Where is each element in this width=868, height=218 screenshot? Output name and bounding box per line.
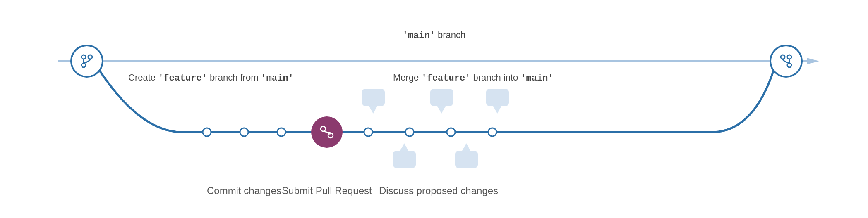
comment-bubble-1 [362,89,385,114]
commit-changes-label: Commit changes [207,185,281,196]
svg-marker-14 [400,143,408,151]
comment-bubble-5 [486,89,509,114]
main-branch-arrow [807,58,819,64]
commit-node-7 [488,128,496,136]
submit-pr-label: Submit Pull Request [282,185,372,196]
create-branch-label: Create 'feature' branch from 'main' [128,72,294,83]
main-branch-label: 'main' branch [403,30,466,41]
comment-bubble-4 [455,143,478,168]
right-branch-node [770,45,802,77]
commit-node-4 [364,128,372,136]
commit-node-1 [203,128,211,136]
discuss-label: Discuss proposed changes [379,185,498,196]
left-branch-node [71,45,103,77]
merge-branch-label: Merge 'feature' branch into 'main' [393,72,554,83]
commit-node-2 [240,128,248,136]
svg-marker-12 [369,106,377,114]
svg-rect-15 [430,89,453,106]
commit-node-3 [277,128,285,136]
svg-marker-16 [437,106,446,114]
svg-rect-11 [362,89,385,106]
commit-node-6 [447,128,455,136]
comment-bubble-2 [393,143,416,168]
svg-rect-19 [486,89,509,106]
svg-marker-20 [493,106,501,114]
commit-node-5 [405,128,414,136]
svg-rect-13 [393,151,416,168]
svg-marker-18 [462,143,470,151]
svg-rect-17 [455,151,478,168]
diagram-container: 'main' branch Create 'feature' branch fr… [0,0,868,218]
comment-bubble-3 [430,89,453,114]
